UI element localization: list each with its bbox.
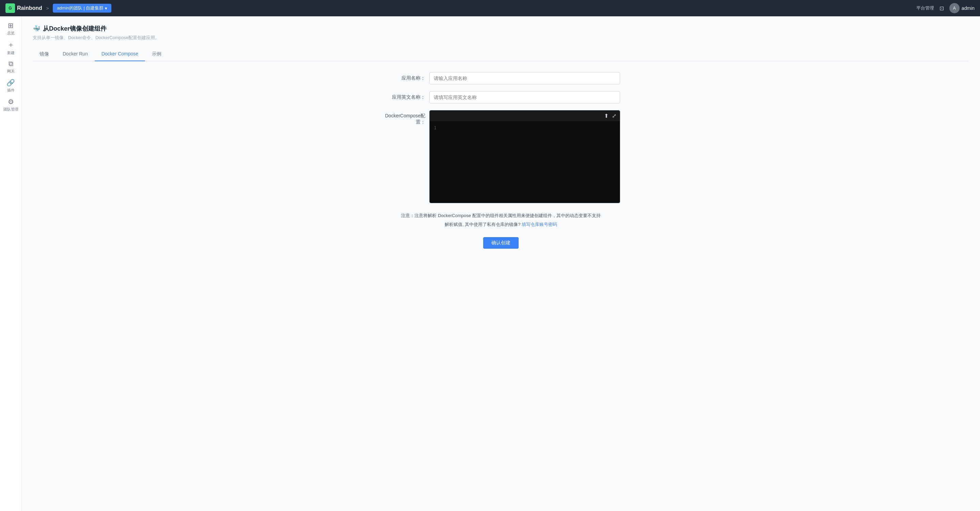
logo-text: Rainbond bbox=[17, 5, 42, 11]
new-icon: ＋ bbox=[8, 40, 14, 49]
form-container: 应用名称： 应用英文名称： DockerCompose配置： ⬆ ⤢ bbox=[382, 72, 620, 249]
team-mgmt-icon: ⚙ bbox=[8, 98, 14, 106]
page-title-icon: 🐳 bbox=[33, 25, 40, 32]
breadcrumb-sep: > bbox=[46, 6, 49, 11]
compose-editor-wrapper: ⬆ ⤢ 1 bbox=[430, 110, 620, 203]
submit-area: 确认创建 bbox=[382, 237, 620, 249]
app-name-en-input[interactable] bbox=[430, 91, 620, 103]
notice-suffix: 解析赋值, 其中使用了私有仓库的镜像? bbox=[445, 222, 520, 227]
tab-image[interactable]: 镜像 bbox=[33, 48, 56, 61]
tab-docker-compose[interactable]: Docker Compose bbox=[95, 48, 145, 61]
user-name: admin bbox=[962, 5, 975, 11]
overview-icon: ⊞ bbox=[8, 21, 14, 30]
topnav: G Rainbond > admin的团队 | 自建集群 ▾ 平台管理 ⊡ A … bbox=[0, 0, 980, 16]
app-name-input[interactable] bbox=[430, 72, 620, 84]
submit-button[interactable]: 确认创建 bbox=[483, 237, 519, 249]
sidebar-item-new[interactable]: ＋ 新建 bbox=[2, 38, 21, 57]
logo-icon: G bbox=[5, 3, 15, 13]
app-name-en-label: 应用英文名称： bbox=[382, 94, 430, 100]
app-name-row: 应用名称： bbox=[382, 72, 620, 84]
platform-mgmt-link[interactable]: 平台管理 bbox=[916, 5, 934, 11]
page-subtitle: 支持从单一镜像、Docker命令、DockerCompose配置创建应用。 bbox=[33, 35, 969, 41]
sidebar: ⊞ 总览 ＋ 新建 ⧉ 网关 🔗 插件 ⚙ 团队管理 bbox=[0, 16, 22, 511]
topnav-right: 平台管理 ⊡ A admin bbox=[916, 3, 975, 13]
plugins-icon: 🔗 bbox=[6, 79, 15, 87]
avatar-circle: A bbox=[949, 3, 959, 13]
editor-toolbar: ⬆ ⤢ bbox=[430, 111, 620, 121]
sidebar-item-gateway[interactable]: ⧉ 网关 bbox=[2, 57, 21, 76]
compose-label: DockerCompose配置： bbox=[382, 110, 430, 125]
sidebar-item-label: 网关 bbox=[7, 69, 14, 74]
tab-docker-run[interactable]: Docker Run bbox=[56, 48, 95, 61]
editor-body[interactable]: 1 bbox=[430, 121, 620, 203]
layout: ⊞ 总览 ＋ 新建 ⧉ 网关 🔗 插件 ⚙ 团队管理 🐳 从Docker镜像创建… bbox=[0, 16, 980, 511]
monitor-icon[interactable]: ⊡ bbox=[939, 5, 944, 11]
gateway-icon: ⧉ bbox=[8, 60, 13, 68]
page-title: 🐳 从Docker镜像创建组件 bbox=[33, 24, 969, 33]
tabs: 镜像 Docker Run Docker Compose 示例 bbox=[33, 48, 969, 61]
main-content: 🐳 从Docker镜像创建组件 支持从单一镜像、Docker命令、DockerC… bbox=[22, 16, 980, 511]
page-title-text: 从Docker镜像创建组件 bbox=[43, 24, 107, 33]
upload-icon[interactable]: ⬆ bbox=[604, 113, 608, 119]
sidebar-item-label: 团队管理 bbox=[3, 107, 18, 112]
app-name-en-row: 应用英文名称： bbox=[382, 91, 620, 103]
user-avatar[interactable]: A admin bbox=[949, 3, 975, 13]
line-numbers: 1 bbox=[430, 125, 441, 199]
notice: 注意：注意将解析 DockerCompose 配置中的组件相关属性用来便捷创建组… bbox=[382, 211, 620, 229]
sidebar-item-label: 插件 bbox=[7, 88, 14, 93]
registry-link[interactable]: 填写仓库账号密码 bbox=[522, 222, 557, 227]
app-name-label: 应用名称： bbox=[382, 75, 430, 81]
sidebar-item-plugins[interactable]: 🔗 插件 bbox=[2, 76, 21, 95]
workspace-button[interactable]: admin的团队 | 自建集群 ▾ bbox=[53, 4, 111, 13]
compose-config-row: DockerCompose配置： ⬆ ⤢ 1 bbox=[382, 110, 620, 203]
sidebar-item-label: 新建 bbox=[7, 50, 14, 56]
sidebar-item-overview[interactable]: ⊞ 总览 bbox=[2, 19, 21, 38]
fullscreen-icon[interactable]: ⤢ bbox=[612, 113, 616, 119]
topnav-left: G Rainbond > admin的团队 | 自建集群 ▾ bbox=[5, 3, 111, 13]
logo[interactable]: G Rainbond bbox=[5, 3, 42, 13]
code-area[interactable] bbox=[441, 125, 620, 199]
notice-prefix: 注意：注意将解析 DockerCompose 配置中的组件相关属性用来便捷创建组… bbox=[401, 213, 600, 218]
sidebar-item-team-mgmt[interactable]: ⚙ 团队管理 bbox=[2, 95, 21, 114]
sidebar-item-label: 总览 bbox=[7, 31, 14, 36]
page-header: 🐳 从Docker镜像创建组件 支持从单一镜像、Docker命令、DockerC… bbox=[33, 24, 969, 41]
tab-example[interactable]: 示例 bbox=[145, 48, 168, 61]
